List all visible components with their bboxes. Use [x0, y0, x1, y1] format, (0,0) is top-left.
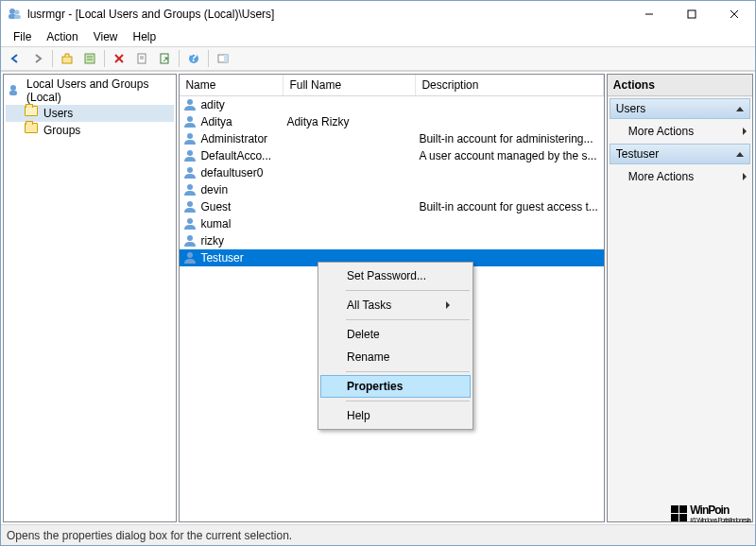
cell-name: adity: [200, 98, 286, 111]
table-row[interactable]: GuestBuilt-in account for guest access t…: [180, 198, 603, 215]
column-description[interactable]: Description: [416, 75, 603, 95]
tree-pane[interactable]: Local Users and Groups (Local) Users Gro…: [3, 74, 177, 522]
minimize-button[interactable]: [627, 1, 670, 27]
separator: [346, 371, 470, 372]
actions-section-testuser[interactable]: Testuser: [610, 144, 750, 164]
context-all-tasks[interactable]: All Tasks: [320, 294, 471, 316]
column-fullname[interactable]: Full Name: [284, 75, 416, 95]
table-row[interactable]: kumal: [180, 215, 603, 232]
svg-rect-8: [62, 57, 72, 63]
context-help[interactable]: Help: [320, 404, 471, 427]
export-button[interactable]: [154, 48, 175, 69]
cell-name: Administrator: [200, 132, 286, 145]
menu-view[interactable]: View: [87, 28, 125, 45]
separator: [346, 401, 470, 401]
folder-icon: [25, 123, 40, 138]
context-rename[interactable]: Rename: [320, 346, 471, 368]
cell-description: A user account managed by the s...: [419, 149, 603, 162]
cell-name: defaultuser0: [200, 166, 286, 179]
cell-name: Aditya: [200, 115, 286, 128]
menu-help[interactable]: Help: [127, 28, 163, 45]
actions-more-testuser[interactable]: More Actions: [608, 166, 752, 187]
list-header: Name Full Name Description: [180, 75, 603, 96]
user-icon: [182, 114, 198, 129]
chevron-right-icon: [743, 128, 747, 135]
tree-users[interactable]: Users: [6, 105, 174, 122]
window-title: lusrmgr - [Local Users and Groups (Local…: [27, 8, 627, 21]
show-hide-action-pane-button[interactable]: [213, 48, 233, 69]
collapse-icon: [736, 107, 744, 111]
menubar: File Action View Help: [1, 27, 755, 46]
titlebar: lusrmgr - [Local Users and Groups (Local…: [1, 1, 755, 27]
forward-button[interactable]: [27, 48, 48, 69]
context-delete[interactable]: Delete: [320, 323, 471, 346]
folder-open-icon: [25, 106, 40, 121]
table-row[interactable]: rizky: [180, 232, 603, 249]
cell-name: Guest: [200, 200, 286, 213]
user-icon: [182, 131, 198, 146]
svg-rect-5: [688, 10, 696, 18]
cell-name: devin: [200, 183, 286, 196]
user-icon: [182, 233, 198, 248]
cell-description: Built-in account for administering...: [419, 132, 603, 145]
tree-root-label: Local Users and Groups (Local): [26, 77, 172, 104]
actions-more-users[interactable]: More Actions: [608, 121, 752, 142]
user-icon: [182, 148, 198, 163]
tree-groups-label: Groups: [43, 124, 80, 137]
separator: [346, 319, 470, 320]
svg-rect-23: [9, 91, 17, 95]
cell-name: rizky: [200, 234, 286, 247]
watermark-tag: #1 Windows Portal Indonesia: [690, 517, 750, 523]
svg-point-22: [10, 85, 16, 91]
table-row[interactable]: AdministratorBuilt-in account for admini…: [180, 130, 603, 147]
menu-action[interactable]: Action: [40, 28, 84, 45]
user-icon: [182, 250, 198, 265]
back-button[interactable]: [5, 48, 26, 69]
winpoin-logo-icon: [671, 505, 688, 522]
status-bar: Opens the properties dialog box for the …: [1, 524, 755, 545]
svg-point-31: [187, 218, 193, 224]
properties-button[interactable]: [79, 48, 100, 69]
svg-point-2: [15, 10, 20, 15]
separator: [346, 290, 470, 291]
menu-file[interactable]: File: [7, 28, 38, 45]
up-button[interactable]: [57, 48, 77, 69]
svg-point-32: [187, 235, 193, 241]
tree-groups[interactable]: Groups: [6, 122, 174, 139]
context-set-password[interactable]: Set Password...: [320, 264, 471, 287]
refresh-button[interactable]: [131, 48, 152, 69]
cell-fullname: Aditya Rizky: [286, 115, 419, 128]
column-name[interactable]: Name: [180, 75, 284, 95]
user-icon: [182, 165, 198, 180]
table-row[interactable]: AdityaAditya Rizky: [180, 113, 603, 130]
table-row[interactable]: DefaultAcco...A user account managed by …: [180, 147, 603, 164]
tree-users-label: Users: [43, 107, 73, 120]
watermark-brand: WinPoin: [690, 503, 729, 517]
users-groups-icon: [8, 83, 23, 98]
cell-name: Testuser: [200, 251, 286, 264]
watermark: WinPoin #1 Windows Portal Indonesia: [671, 503, 750, 523]
actions-more-testuser-label: More Actions: [628, 170, 694, 183]
close-button[interactable]: [713, 1, 755, 27]
actions-more-users-label: More Actions: [628, 125, 694, 138]
cell-description: Built-in account for guest access t...: [419, 200, 603, 213]
table-row[interactable]: devin: [180, 181, 603, 198]
delete-button[interactable]: [109, 48, 129, 69]
maximize-button[interactable]: [670, 1, 713, 27]
status-text: Opens the properties dialog box for the …: [7, 529, 292, 542]
svg-point-27: [187, 150, 193, 156]
help-button[interactable]: ?: [183, 48, 204, 69]
svg-point-24: [187, 99, 193, 105]
tree-root[interactable]: Local Users and Groups (Local): [6, 77, 174, 105]
user-icon: [182, 97, 198, 112]
svg-point-29: [187, 184, 193, 190]
table-row[interactable]: defaultuser0: [180, 164, 603, 181]
svg-point-30: [187, 201, 193, 207]
user-icon: [182, 216, 198, 231]
svg-point-33: [187, 252, 193, 258]
actions-section-users[interactable]: Users: [610, 98, 750, 119]
chevron-right-icon: [743, 173, 747, 180]
table-row[interactable]: adity: [180, 96, 603, 113]
context-properties[interactable]: Properties: [320, 375, 471, 398]
svg-rect-21: [224, 55, 228, 62]
